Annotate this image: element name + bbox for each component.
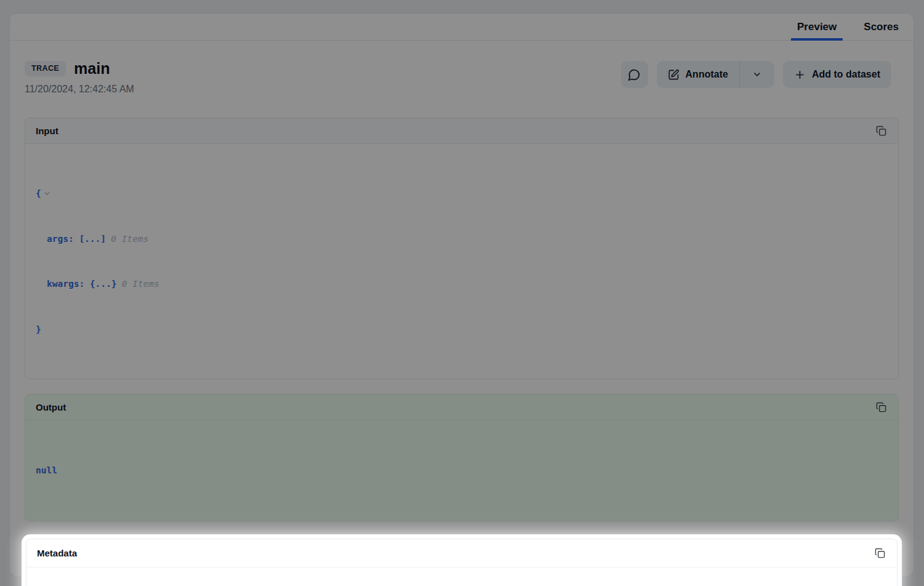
annotate-button[interactable]: Annotate bbox=[657, 61, 740, 88]
metadata-panel-header: Metadata bbox=[26, 539, 897, 568]
page-background: Preview Scores TRACE main 11/20/2024, 12… bbox=[0, 0, 924, 586]
page-title: main bbox=[74, 60, 110, 78]
active-tab-indicator bbox=[791, 38, 843, 41]
trace-header: TRACE main 11/20/2024, 12:42:45 AM Annot… bbox=[25, 60, 899, 95]
json-line: { bbox=[36, 186, 888, 201]
chevron-down-icon bbox=[43, 190, 51, 198]
edit-pen-icon bbox=[668, 69, 679, 81]
tab-preview-label: Preview bbox=[797, 21, 837, 33]
trace-content: TRACE main 11/20/2024, 12:42:45 AM Annot… bbox=[10, 60, 914, 586]
json-null-value: null bbox=[36, 463, 57, 478]
input-panel: Input { args: [...]0 Items kwargs: {...}… bbox=[25, 118, 899, 379]
json-open-brace: { bbox=[36, 186, 41, 201]
preview-scores-tabs: Preview Scores bbox=[10, 14, 914, 41]
json-line: kwargs: {...}0 Items bbox=[36, 276, 888, 292]
metadata-panel: Metadata { context: "@@@langfuseMedia:ty… bbox=[26, 539, 898, 586]
comment-icon bbox=[628, 68, 641, 81]
metadata-spotlight: Metadata { context: "@@@langfuseMedia:ty… bbox=[22, 534, 902, 586]
json-key: args: bbox=[47, 231, 74, 247]
output-panel: Output null bbox=[25, 394, 899, 521]
json-items-count: 0 Items bbox=[111, 231, 148, 247]
output-panel-header: Output bbox=[25, 395, 898, 420]
json-items-count: 0 Items bbox=[122, 276, 160, 292]
comment-button[interactable] bbox=[621, 61, 648, 88]
add-to-dataset-button[interactable]: Add to dataset bbox=[783, 61, 891, 88]
json-close-brace: } bbox=[36, 322, 41, 337]
annotate-button-label: Annotate bbox=[686, 69, 728, 80]
json-line: } bbox=[36, 322, 888, 337]
tab-scores[interactable]: Scores bbox=[857, 14, 905, 40]
input-panel-title: Input bbox=[36, 126, 59, 136]
trace-type-badge: TRACE bbox=[25, 61, 66, 76]
annotate-split-button: Annotate bbox=[657, 61, 774, 88]
metadata-panel-title: Metadata bbox=[37, 548, 77, 558]
json-key: kwargs: bbox=[47, 276, 84, 292]
json-collapsed-object: {...} bbox=[90, 276, 117, 292]
chevron-down-icon bbox=[752, 70, 762, 79]
tab-scores-label: Scores bbox=[864, 21, 899, 33]
copy-metadata-button[interactable] bbox=[873, 547, 886, 560]
copy-input-button[interactable] bbox=[875, 124, 888, 137]
annotate-dropdown-button[interactable] bbox=[740, 61, 774, 88]
json-collapsed-array: [...] bbox=[79, 231, 106, 247]
copy-icon bbox=[875, 548, 885, 558]
output-panel-title: Output bbox=[36, 402, 66, 412]
input-json-viewer: { args: [...]0 Items kwargs: {...}0 Item… bbox=[25, 144, 898, 379]
add-to-dataset-label: Add to dataset bbox=[812, 69, 880, 80]
copy-icon bbox=[876, 126, 886, 136]
tab-preview[interactable]: Preview bbox=[791, 14, 843, 40]
trace-detail-card: Preview Scores TRACE main 11/20/2024, 12… bbox=[9, 13, 914, 577]
plus-icon bbox=[794, 69, 806, 81]
output-json-viewer: null bbox=[25, 420, 898, 521]
json-line: null bbox=[36, 463, 888, 478]
trace-actions: Annotate Add to dataset bbox=[621, 61, 891, 88]
collapse-toggle-button[interactable] bbox=[43, 190, 51, 198]
copy-icon bbox=[876, 402, 886, 412]
input-panel-header: Input bbox=[25, 118, 898, 144]
metadata-json-viewer: { context: "@@@langfuseMedia:type=applic… bbox=[26, 568, 897, 586]
json-line: args: [...]0 Items bbox=[36, 231, 888, 247]
copy-output-button[interactable] bbox=[875, 401, 888, 414]
